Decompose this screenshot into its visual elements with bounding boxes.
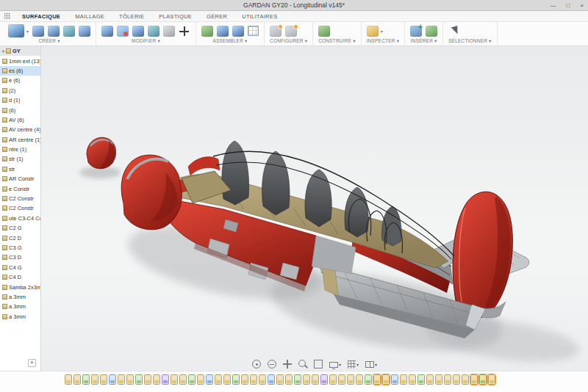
press-pull-icon[interactable] — [101, 26, 113, 37]
timeline-feature[interactable] — [347, 374, 354, 385]
timeline-feature[interactable] — [126, 374, 134, 385]
timeline-feature[interactable] — [118, 374, 125, 385]
new-component-icon[interactable] — [201, 26, 213, 37]
pan-button[interactable] — [283, 360, 292, 369]
browser-row[interactable]: AV centre (4) — [0, 125, 40, 134]
browser-row[interactable]: C2 G — [0, 223, 40, 233]
move-icon[interactable] — [179, 26, 190, 37]
browser-row[interactable]: 1mm ext (13) — [0, 56, 40, 65]
toolbar-group-label[interactable]: CONFIGURER ▾ — [270, 38, 307, 44]
timeline-feature[interactable] — [144, 374, 151, 385]
timeline-feature[interactable] — [382, 374, 390, 385]
browser-row[interactable]: str — [0, 164, 40, 174]
timeline-feature[interactable] — [338, 374, 345, 385]
create-pattern-icon[interactable] — [79, 26, 90, 37]
minimize-button[interactable]: — — [550, 2, 556, 9]
toolbar-group-label[interactable]: INSPECTER ▾ — [367, 38, 399, 44]
construction-plane-icon[interactable] — [318, 26, 330, 37]
joint-icon[interactable] — [217, 26, 229, 37]
timeline-feature[interactable] — [65, 374, 72, 385]
timeline-feature[interactable] — [320, 374, 328, 385]
timeline-feature[interactable] — [294, 374, 301, 385]
timeline-feature[interactable] — [303, 374, 310, 385]
tab-maillage[interactable]: MAILLAGE — [68, 13, 112, 20]
browser-row[interactable]: C2 Constr — [0, 203, 40, 213]
timeline-feature[interactable] — [179, 374, 187, 385]
timeline-feature[interactable] — [285, 374, 293, 385]
rigid-group-icon[interactable] — [232, 26, 244, 37]
add-item-button[interactable]: + — [28, 359, 36, 367]
browser-row[interactable]: C2 Constr — [0, 194, 40, 203]
create-sketch-icon[interactable] — [32, 26, 44, 37]
browser-row[interactable]: C4 D — [0, 272, 40, 282]
timeline-feature[interactable] — [391, 374, 398, 385]
display-settings-button[interactable]: ▾ — [329, 360, 341, 368]
timeline-feature[interactable] — [82, 374, 90, 385]
look-at-button[interactable] — [268, 360, 276, 369]
browser-row[interactable]: ntre (1) — [0, 145, 40, 154]
timeline-feature[interactable] — [162, 374, 169, 385]
timeline-feature[interactable] — [171, 374, 178, 385]
timeline-feature[interactable] — [435, 374, 442, 385]
parameters-icon[interactable] — [163, 26, 175, 37]
browser-row[interactable]: a 3mm — [0, 302, 40, 311]
orbit-button[interactable] — [252, 360, 261, 369]
toolbar-group-label[interactable]: SÉLECTIONNER ▾ — [448, 38, 491, 44]
browser-row[interactable]: a 3mm — [0, 312, 40, 322]
insert-canvas-icon[interactable] — [426, 26, 437, 37]
timeline-feature[interactable] — [232, 374, 240, 385]
browser-row[interactable]: AV (6) — [0, 115, 40, 125]
viewports-button[interactable]: ▾ — [365, 361, 377, 368]
close-button[interactable]: × — [580, 2, 584, 9]
combine-icon[interactable] — [148, 26, 159, 37]
zoom-button[interactable] — [298, 360, 307, 369]
timeline-feature[interactable] — [100, 374, 107, 385]
timeline-feature[interactable] — [444, 374, 451, 385]
browser-row[interactable]: e (6) — [0, 76, 40, 85]
timeline-feature[interactable] — [250, 374, 257, 385]
tab-to-lerie[interactable]: TÔLERIE — [112, 13, 151, 20]
configuration-table-icon[interactable] — [285, 26, 297, 37]
timeline-feature[interactable] — [479, 374, 487, 385]
browser-row[interactable]: a 3mm — [0, 292, 40, 302]
timeline-feature[interactable] — [259, 374, 266, 385]
fit-button[interactable] — [314, 360, 323, 369]
timeline-feature[interactable] — [426, 374, 434, 385]
timeline-feature[interactable] — [470, 374, 478, 385]
browser-row[interactable]: C3 D — [0, 253, 40, 262]
timeline-feature[interactable] — [223, 374, 231, 385]
timeline-feature[interactable] — [365, 374, 372, 385]
browser-row[interactable]: (6) — [0, 105, 40, 115]
toolbar-group-label[interactable]: INSÉRER ▾ — [410, 38, 437, 44]
browser-row[interactable]: d (1) — [0, 95, 40, 105]
tab-utilitaires[interactable]: UTILITAIRES — [234, 13, 284, 20]
bom-table-icon[interactable] — [248, 26, 259, 36]
browser-row[interactable]: es (6) — [0, 66, 40, 76]
browser-row[interactable]: C4 G — [0, 263, 40, 272]
grid-settings-button[interactable]: ▾ — [348, 360, 359, 369]
tab-ge-rer[interactable]: GÉRER — [199, 13, 234, 20]
timeline-feature[interactable] — [241, 374, 248, 385]
dropdown-caret-icon[interactable]: ▾ — [381, 29, 383, 34]
timeline-feature[interactable] — [356, 374, 363, 385]
browser-row[interactable]: e Constr — [0, 184, 40, 193]
timeline-feature[interactable] — [400, 374, 407, 385]
browser-row[interactable]: ▾GY — [0, 46, 40, 56]
timeline-feature[interactable] — [109, 374, 116, 385]
maximize-button[interactable]: □ — [566, 2, 570, 9]
fillet-icon[interactable] — [117, 26, 129, 37]
timeline-feature[interactable] — [153, 374, 160, 385]
tab-plastique[interactable]: PLASTIQUE — [151, 13, 199, 20]
measure-icon[interactable] — [367, 26, 379, 37]
timeline-feature[interactable] — [409, 374, 416, 385]
timeline-feature[interactable] — [329, 374, 337, 385]
toolbar-group-label[interactable]: CRÉER ▾ — [8, 38, 90, 44]
dropdown-caret-icon[interactable]: ▾ — [26, 29, 29, 34]
timeline-feature[interactable] — [135, 374, 143, 385]
timeline-feature[interactable] — [215, 374, 222, 385]
timeline-feature[interactable] — [276, 374, 284, 385]
viewport[interactable]: ▾▾▾ — [41, 46, 588, 371]
timeline-feature[interactable] — [268, 374, 275, 385]
timeline-feature[interactable] — [312, 374, 319, 385]
timeline-feature[interactable] — [488, 374, 495, 385]
